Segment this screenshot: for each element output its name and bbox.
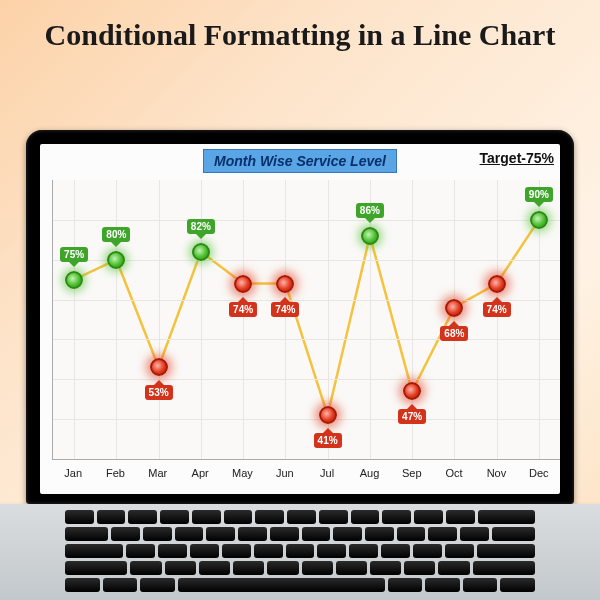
data-label: 53% [145,385,173,400]
x-tick: Sep [391,462,433,490]
chart-header: Month Wise Service Level Target-75% [40,144,560,178]
dot-bad-icon [234,275,252,293]
data-label: 74% [483,302,511,317]
page-title: Conditional Formatting in a Line Chart [0,0,600,53]
data-label: 86% [356,203,384,218]
data-label: 74% [229,302,257,317]
x-tick: May [221,462,263,490]
dot-bad-icon [319,406,337,424]
data-label: 74% [271,302,299,317]
chart-screen: Month Wise Service Level Target-75% 75%8… [40,144,560,494]
series-line [53,180,560,459]
data-label: 68% [440,326,468,341]
chart-title: Month Wise Service Level [203,149,397,173]
data-label: 82% [187,219,215,234]
x-tick: Apr [179,462,221,490]
laptop-mock: Month Wise Service Level Target-75% 75%8… [0,130,600,600]
x-tick: Aug [348,462,390,490]
x-tick: Jan [52,462,94,490]
x-tick: Mar [137,462,179,490]
laptop-keyboard [0,504,600,600]
dot-bad-icon [403,382,421,400]
dot-bad-icon [488,275,506,293]
dot-good-icon [361,227,379,245]
x-tick: Nov [475,462,517,490]
target-label: Target-75% [480,150,554,166]
x-tick: Jun [264,462,306,490]
data-label: 41% [314,433,342,448]
dot-good-icon [530,211,548,229]
plot-area: 75%80%53%82%74%74%41%86%47%68%74%90% [52,180,560,460]
dot-good-icon [65,271,83,289]
data-label: 90% [525,187,553,202]
x-tick: Oct [433,462,475,490]
data-label: 75% [60,247,88,262]
x-tick: Dec [518,462,560,490]
x-axis: JanFebMarAprMayJunJulAugSepOctNovDec [52,462,560,490]
x-tick: Jul [306,462,348,490]
data-label: 47% [398,409,426,424]
dot-good-icon [192,243,210,261]
data-label: 80% [102,227,130,242]
dot-bad-icon [150,358,168,376]
dot-bad-icon [276,275,294,293]
dot-bad-icon [445,299,463,317]
laptop-screen-frame: Month Wise Service Level Target-75% 75%8… [26,130,574,504]
dot-good-icon [107,251,125,269]
x-tick: Feb [94,462,136,490]
